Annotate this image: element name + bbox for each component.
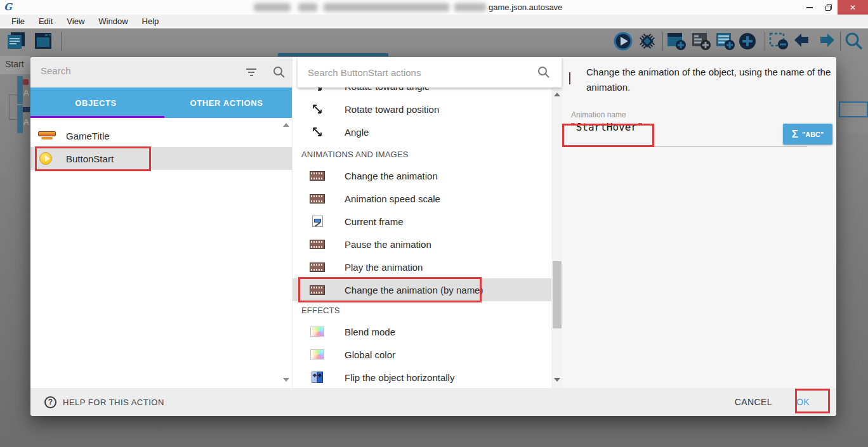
expression-editor-button[interactable]: Σ "ABC" [783, 124, 832, 145]
action-row[interactable]: Animation speed scale [293, 187, 563, 210]
action-row[interactable]: Global color [293, 343, 563, 366]
restore-button[interactable] [820, 0, 838, 15]
scrollbar-thumb[interactable] [553, 261, 562, 328]
list-item-gametitle[interactable]: GameTitle [30, 124, 292, 147]
add-scene-icon[interactable] [666, 31, 687, 51]
scrollbar-down-arrow[interactable] [554, 378, 560, 382]
rotate-arrow-icon [309, 126, 326, 138]
action-row[interactable]: Rotate toward position [293, 98, 563, 120]
action-row[interactable]: Pause the animation [293, 233, 563, 256]
scene-window-icon[interactable] [33, 31, 53, 51]
scene-tab-indicator [278, 53, 388, 56]
action-row[interactable]: Flip the object horizontally [293, 366, 563, 389]
background-field-fragment [839, 101, 868, 117]
annotation-box-action [298, 277, 482, 302]
actions-panel: Rotate toward angle Rotate toward positi… [292, 57, 562, 388]
redo-icon[interactable] [816, 31, 836, 51]
tab-objects[interactable]: OBJECTS [30, 87, 161, 118]
objects-search-input[interactable] [41, 65, 231, 76]
scrollbar-up-arrow[interactable] [283, 123, 289, 127]
scrollbar-up-arrow[interactable] [554, 93, 560, 96]
action-row[interactable]: Current frame [293, 210, 563, 233]
menu-help[interactable]: Help [136, 15, 166, 27]
action-editor-dialog: OBJECTS OTHER ACTIONS GameTitle ButtonSt… [30, 57, 836, 416]
restore-icon [825, 4, 832, 11]
film-strip-icon [309, 194, 326, 204]
rainbow-icon [309, 327, 326, 337]
actions-search-icon[interactable] [537, 66, 550, 79]
cancel-button[interactable]: CANCEL [735, 397, 772, 407]
add-external-events-icon[interactable] [691, 31, 711, 51]
debug-icon[interactable] [637, 31, 657, 51]
gdevelop-logo-icon: G [4, 1, 15, 13]
flip-icon [309, 372, 326, 383]
help-icon[interactable]: ? [44, 396, 56, 408]
annotation-box-ok [795, 389, 830, 413]
action-row[interactable]: Play the animation [293, 256, 563, 278]
event-letter: A [23, 88, 29, 98]
object-label: GameTitle [66, 131, 110, 141]
background-row-fragment [839, 119, 868, 133]
film-strip-icon [569, 73, 570, 84]
actions-search-input[interactable] [308, 67, 517, 78]
event-tree-line [9, 94, 10, 120]
menu-file[interactable]: File [5, 15, 31, 27]
action-label: Global color [345, 349, 395, 360]
objects-search-bar [30, 57, 292, 87]
menu-bar: File Edit View Window Help [0, 15, 868, 29]
toolbar-separator [61, 32, 62, 51]
action-label: Blend mode [345, 327, 395, 337]
action-row[interactable]: Blend mode [293, 320, 563, 343]
action-label: Play the animation [345, 262, 423, 273]
annotation-box-buttonstart [35, 146, 151, 171]
menu-edit[interactable]: Edit [32, 15, 59, 27]
objects-search-icon[interactable] [273, 66, 286, 79]
redacted-title-segment [254, 3, 291, 11]
project-manager-icon[interactable] [6, 31, 27, 51]
event-icon [23, 79, 29, 85]
action-description: Change the animation of the object, usin… [586, 65, 836, 95]
event-tree-line [9, 94, 17, 95]
toolbar-separator [840, 32, 841, 51]
action-label: Animation speed scale [345, 193, 440, 204]
add-new-icon[interactable] [737, 31, 758, 51]
redacted-title-segment [298, 3, 317, 11]
dialog-footer: ? HELP FOR THIS ACTION CANCEL OK [30, 388, 836, 416]
event-tree-line [9, 119, 17, 120]
filter-icon[interactable] [245, 67, 258, 76]
redacted-title-segment [324, 3, 449, 11]
action-row[interactable]: Angle [293, 120, 563, 143]
film-strip-icon [309, 262, 326, 272]
help-link[interactable]: HELP FOR THIS ACTION [63, 398, 164, 407]
play-icon[interactable] [613, 31, 633, 51]
frame-icon [309, 216, 326, 227]
animation-name-label: Animation name [571, 110, 626, 119]
undo-icon[interactable] [792, 31, 813, 51]
film-strip-icon [309, 240, 326, 249]
add-external-layout-icon[interactable] [715, 31, 735, 51]
action-label: Pause the animation [345, 239, 431, 250]
action-label: Change the animation [345, 171, 438, 181]
action-label: Current frame [345, 216, 404, 227]
close-icon: ✕ [850, 3, 856, 12]
minimize-button[interactable] [801, 0, 819, 15]
scrollbar-down-arrow[interactable] [283, 378, 289, 382]
close-button[interactable]: ✕ [838, 0, 868, 15]
action-label: Flip the object horizontally [345, 372, 454, 383]
tab-other-actions[interactable]: OTHER ACTIONS [161, 87, 292, 118]
action-row[interactable]: Change the animation [293, 164, 563, 187]
annotation-box-field [562, 124, 654, 147]
app-window: G game.json.autosave ✕ File Edit View Wi… [0, 0, 868, 447]
actions-scrollbar[interactable] [551, 87, 563, 388]
menu-view[interactable]: View [60, 15, 91, 27]
action-section-header: EFFECTS [301, 302, 555, 318]
remove-icon[interactable] [768, 31, 789, 51]
title-bar: G game.json.autosave ✕ [0, 0, 868, 15]
menu-window[interactable]: Window [92, 15, 134, 27]
objects-tab-bar: OBJECTS OTHER ACTIONS [30, 87, 292, 118]
parameters-panel: Change the animation of the object, usin… [562, 57, 836, 388]
rainbow-icon [309, 349, 326, 360]
toolbar-separator [765, 32, 765, 51]
game-title-thumbnail [38, 131, 56, 140]
search-icon[interactable] [844, 31, 864, 51]
